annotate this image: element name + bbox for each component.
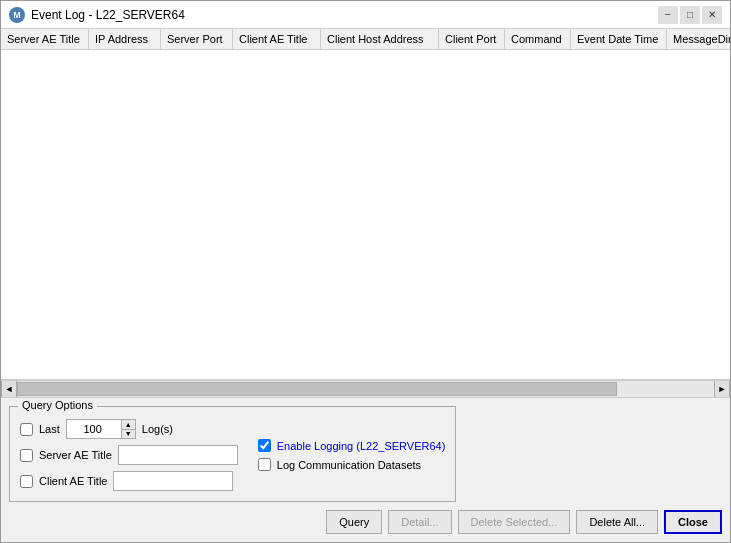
enable-logging-checkbox[interactable]	[258, 439, 271, 452]
client-ae-label: Client AE Title	[39, 475, 107, 487]
client-ae-row: Client AE Title	[20, 471, 238, 491]
log-comm-label: Log Communication Datasets	[277, 459, 421, 471]
server-ae-checkbox[interactable]	[20, 449, 33, 462]
query-options-label: Query Options	[18, 399, 97, 411]
server-ae-row: Server AE Title	[20, 445, 238, 465]
server-ae-label: Server AE Title	[39, 449, 112, 461]
scroll-right-button[interactable]: ►	[714, 380, 730, 398]
col-client-port[interactable]: Client Port	[439, 29, 505, 49]
log-comm-row: Log Communication Datasets	[258, 458, 446, 471]
window-close-button[interactable]: ✕	[702, 6, 722, 24]
col-command[interactable]: Command	[505, 29, 571, 49]
scroll-track[interactable]	[17, 381, 714, 397]
maximize-button[interactable]: □	[680, 6, 700, 24]
app-icon: M	[9, 7, 25, 23]
title-bar-left: M Event Log - L22_SERVER64	[9, 7, 185, 23]
last-label: Last	[39, 423, 60, 435]
spin-up-button[interactable]: ▲	[122, 420, 135, 430]
col-message-direction[interactable]: MessageDirection	[667, 29, 730, 49]
log-label: Log(s)	[142, 423, 173, 435]
col-client-ae-title[interactable]: Client AE Title	[233, 29, 321, 49]
query-button[interactable]: Query	[326, 510, 382, 534]
horizontal-scrollbar[interactable]: ◄ ►	[1, 380, 730, 398]
minimize-button[interactable]: −	[658, 6, 678, 24]
delete-selected-button[interactable]: Delete Selected...	[458, 510, 571, 534]
query-left: Last ▲ ▼ Log(s)	[20, 419, 238, 491]
col-ip-address[interactable]: IP Address	[89, 29, 161, 49]
table-header: Server AE Title IP Address Server Port C…	[1, 29, 730, 50]
query-options-group: Query Options Last ▲ ▼	[9, 406, 456, 502]
spin-down-button[interactable]: ▼	[122, 430, 135, 439]
server-ae-input[interactable]	[118, 445, 238, 465]
last-row: Last ▲ ▼ Log(s)	[20, 419, 238, 439]
detail-button[interactable]: Detail...	[388, 510, 451, 534]
col-server-port[interactable]: Server Port	[161, 29, 233, 49]
delete-all-button[interactable]: Delete All...	[576, 510, 658, 534]
button-row: Query Detail... Delete Selected... Delet…	[9, 510, 722, 534]
table-body	[1, 50, 730, 379]
enable-logging-row: Enable Logging (L22_SERVER64)	[258, 439, 446, 452]
bottom-panel: Query Options Last ▲ ▼	[1, 398, 730, 542]
client-ae-checkbox[interactable]	[20, 475, 33, 488]
col-server-ae-title[interactable]: Server AE Title	[1, 29, 89, 49]
title-bar: M Event Log - L22_SERVER64 − □ ✕	[1, 1, 730, 29]
title-bar-controls: − □ ✕	[658, 6, 722, 24]
table-area: Server AE Title IP Address Server Port C…	[1, 29, 730, 380]
enable-logging-label: Enable Logging (L22_SERVER64)	[277, 440, 446, 452]
last-spin-input[interactable]	[66, 419, 121, 439]
window-title: Event Log - L22_SERVER64	[31, 8, 185, 22]
col-client-host-address[interactable]: Client Host Address	[321, 29, 439, 49]
scroll-thumb[interactable]	[17, 382, 617, 396]
col-event-date-time[interactable]: Event Date Time	[571, 29, 667, 49]
log-comm-checkbox[interactable]	[258, 458, 271, 471]
query-right: Enable Logging (L22_SERVER64) Log Commun…	[258, 419, 446, 491]
last-spin-container: ▲ ▼	[66, 419, 136, 439]
scroll-left-button[interactable]: ◄	[1, 380, 17, 398]
spin-buttons: ▲ ▼	[121, 419, 136, 439]
client-ae-input[interactable]	[113, 471, 233, 491]
last-checkbox[interactable]	[20, 423, 33, 436]
main-window: M Event Log - L22_SERVER64 − □ ✕ Server …	[0, 0, 731, 543]
close-button[interactable]: Close	[664, 510, 722, 534]
